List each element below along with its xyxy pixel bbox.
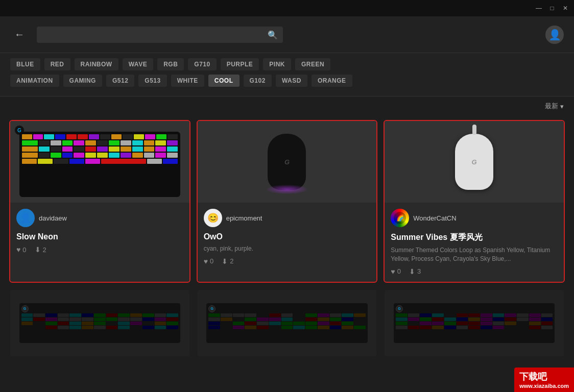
card-title: Summer Vibes 夏季风光 xyxy=(391,232,558,243)
user-avatar: 😊 xyxy=(204,209,222,227)
heart-icon: ♥ xyxy=(391,267,395,276)
heart-icon: ♥ xyxy=(16,246,20,254)
card-info: 🌈 WonderCatCN Summer Vibes 夏季风光 Summer T… xyxy=(385,203,564,282)
card-image: G xyxy=(10,121,189,203)
tags-area: BLUEREDRAINBOWWAVERGBG710PURPLEPINKGREEN… xyxy=(0,53,574,96)
username: WonderCatCN xyxy=(413,214,456,222)
tag-pink[interactable]: PINK xyxy=(263,58,291,70)
likes-stat[interactable]: ♥ 0 xyxy=(16,246,27,254)
card-user: 🌈 WonderCatCN xyxy=(391,209,558,227)
tag-green[interactable]: GREEN xyxy=(295,58,330,70)
card-image: G xyxy=(385,121,564,203)
watermark-line1: 下载吧 xyxy=(519,372,547,382)
tag-wasd[interactable]: WASD xyxy=(276,75,307,87)
card-title: Slow Neon xyxy=(16,232,183,241)
tag-red[interactable]: RED xyxy=(44,58,70,70)
bottom-card-image: G xyxy=(198,290,377,356)
sort-dropdown[interactable]: 最新 ▾ xyxy=(545,102,564,111)
tag-orange[interactable]: ORANGE xyxy=(312,75,352,87)
dropdown-icon: ▾ xyxy=(560,103,564,110)
bottom-card[interactable]: G xyxy=(10,290,189,356)
likes-stat[interactable]: ♥ 0 xyxy=(391,267,401,276)
bottom-card[interactable]: G xyxy=(385,290,564,356)
tag-g710[interactable]: G710 xyxy=(188,58,216,70)
card-card-3[interactable]: G 🌈 WonderCatCN Summer Vibes 夏季风光 Summer… xyxy=(385,121,564,282)
tag-purple[interactable]: PURPLE xyxy=(221,58,259,70)
user-avatar: 👤 xyxy=(16,209,35,227)
download-icon: ⬇ xyxy=(35,246,41,254)
tag-blue[interactable]: BLUE xyxy=(10,58,40,70)
close-button[interactable]: ✕ xyxy=(561,4,570,13)
card-card-1[interactable]: G 👤 davidaew Slow Neon ♥ 0 ⬇ 2 xyxy=(10,121,189,282)
tags-row-1: BLUEREDRAINBOWWAVERGBG710PURPLEPINKGREEN xyxy=(10,58,564,70)
download-icon: ⬇ xyxy=(409,267,415,276)
bottom-cards-grid: G G G xyxy=(10,290,564,356)
search-container: 🔍 xyxy=(37,27,283,43)
username: epicmoment xyxy=(226,214,262,222)
header: ← 🔍 👤 xyxy=(0,16,574,53)
tag-g512[interactable]: G512 xyxy=(106,75,134,87)
card-stats: ♥ 0 ⬇ 2 xyxy=(204,257,371,265)
downloads-stat[interactable]: ⬇ 3 xyxy=(409,267,421,276)
card-info: 😊 epicmoment OwO cyan, pink, purple. ♥ 0… xyxy=(198,203,377,272)
tag-white[interactable]: WHITE xyxy=(171,75,204,87)
downloads-count: 2 xyxy=(43,246,46,254)
card-card-2[interactable]: G 😊 epicmoment OwO cyan, pink, purple. ♥… xyxy=(198,121,377,282)
main-cards-grid: G 👤 davidaew Slow Neon ♥ 0 ⬇ 2 xyxy=(10,121,564,282)
downloads-count: 3 xyxy=(417,267,421,275)
downloads-stat[interactable]: ⬇ 2 xyxy=(35,246,46,254)
bottom-card-image: G xyxy=(10,290,189,356)
likes-count: 0 xyxy=(397,267,401,275)
tag-wave[interactable]: WAVE xyxy=(123,58,153,70)
card-image: G xyxy=(198,121,377,203)
minimize-button[interactable]: — xyxy=(534,4,543,13)
card-stats: ♥ 0 ⬇ 2 xyxy=(16,246,183,254)
tags-row-2: ANIMATIONGAMINGG512G513WHITECOOLG102WASD… xyxy=(10,75,564,87)
sort-bar: 最新 ▾ xyxy=(0,96,574,116)
title-bar: — □ ✕ xyxy=(0,0,574,16)
downloads-stat[interactable]: ⬇ 2 xyxy=(222,257,233,265)
tag-cool[interactable]: COOL xyxy=(208,75,240,87)
user-icon[interactable]: 👤 xyxy=(545,26,564,44)
card-user: 👤 davidaew xyxy=(16,209,183,227)
bottom-card[interactable]: G xyxy=(198,290,377,356)
search-icon: 🔍 xyxy=(268,30,278,39)
likes-count: 0 xyxy=(22,246,26,254)
tag-animation[interactable]: ANIMATION xyxy=(10,75,59,87)
sort-label: 最新 xyxy=(545,102,558,111)
search-input[interactable] xyxy=(37,27,283,43)
back-button[interactable]: ← xyxy=(10,27,29,42)
bottom-card-image: G xyxy=(385,290,564,356)
card-stats: ♥ 0 ⬇ 3 xyxy=(391,267,558,276)
download-icon: ⬇ xyxy=(222,257,228,265)
content-area[interactable]: G 👤 davidaew Slow Neon ♥ 0 ⬇ 2 xyxy=(0,116,574,392)
username: davidaew xyxy=(39,214,67,222)
tag-gaming[interactable]: GAMING xyxy=(63,75,102,87)
card-desc: Summer Themed Colors Loop as Spanish Yel… xyxy=(391,246,558,263)
user-avatar: 🌈 xyxy=(391,209,409,227)
card-desc: cyan, pink, purple. xyxy=(204,244,371,253)
tag-g513[interactable]: G513 xyxy=(138,75,166,87)
maximize-button[interactable]: □ xyxy=(547,4,557,13)
card-info: 👤 davidaew Slow Neon ♥ 0 ⬇ 2 xyxy=(10,203,189,260)
likes-count: 0 xyxy=(210,257,213,265)
likes-stat[interactable]: ♥ 0 xyxy=(204,257,214,265)
downloads-count: 2 xyxy=(230,257,233,265)
card-title: OwO xyxy=(204,232,371,241)
heart-icon: ♥ xyxy=(204,257,208,265)
card-user: 😊 epicmoment xyxy=(204,209,371,227)
tag-rgb[interactable]: RGB xyxy=(157,58,184,70)
tag-rainbow[interactable]: RAINBOW xyxy=(75,58,118,70)
tag-g102[interactable]: G102 xyxy=(244,75,272,87)
watermark: 下载吧 www.xiazaiba.com xyxy=(514,368,574,392)
watermark-line2: www.xiazaiba.com xyxy=(519,383,569,389)
